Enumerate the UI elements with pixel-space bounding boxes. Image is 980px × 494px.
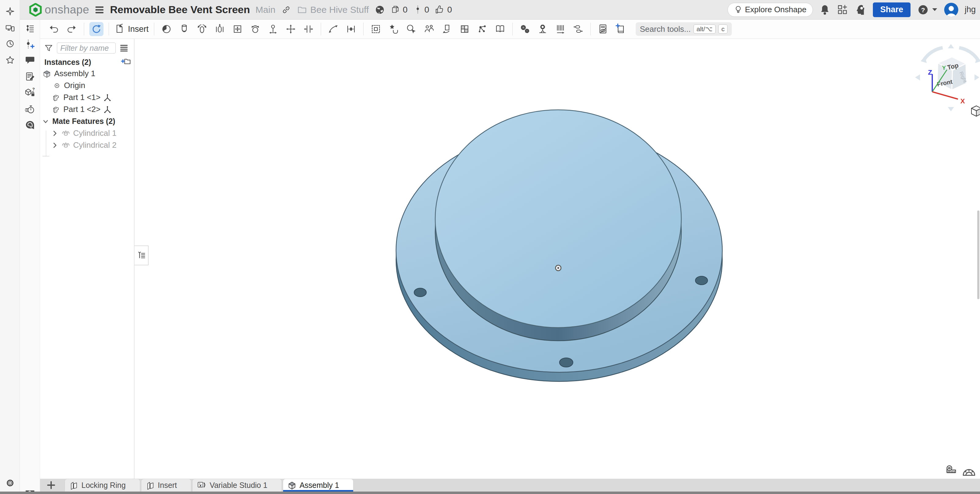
revolute-mate-icon	[196, 24, 207, 35]
mate-connectors-panel-button[interactable]	[23, 37, 37, 51]
whats-new-button[interactable]	[3, 4, 17, 18]
viewcube-rotate-cw[interactable]	[959, 48, 978, 59]
notifications-bell-icon[interactable]	[819, 4, 830, 16]
favorites-button[interactable]	[3, 53, 17, 67]
snap-mode-button[interactable]	[571, 22, 585, 36]
tree-item-part2[interactable]: Part 1 <2>	[40, 103, 111, 115]
ai-assistant-icon[interactable]	[855, 4, 867, 16]
tree-item-part1[interactable]: Part 1 <1>	[40, 91, 111, 103]
folder-breadcrumb[interactable]: Bee Hive Stuff	[297, 5, 369, 15]
view-modes-button[interactable]	[970, 104, 980, 118]
share-button[interactable]: Share	[873, 2, 910, 17]
search-tools-box[interactable]: Search tools... alt/⌥ c	[636, 22, 732, 36]
filter-icon[interactable]	[44, 44, 54, 53]
viewcube-arrow-down[interactable]	[948, 107, 954, 111]
properties-panel-button[interactable]: ?	[23, 86, 37, 100]
bee-vent-model[interactable]	[134, 39, 980, 479]
tree-group-mate-features[interactable]: Mate Features (2)	[40, 115, 115, 127]
hamburger-menu-icon[interactable]	[95, 5, 104, 14]
gear-icon	[5, 478, 15, 488]
screw-hole-right[interactable]	[695, 276, 708, 285]
user-avatar[interactable]	[944, 3, 958, 17]
likes-count[interactable]: 0	[434, 5, 452, 15]
chevron-right-icon[interactable]	[51, 141, 59, 149]
devices-button[interactable]	[3, 21, 17, 35]
chevron-down-icon	[932, 7, 938, 12]
configurations-button[interactable]	[458, 22, 472, 36]
assembly-structure-panel-button[interactable]	[23, 21, 37, 35]
onshape-logo[interactable]: onshape	[29, 3, 89, 16]
tree-item-origin[interactable]: Origin	[40, 79, 85, 91]
protractor-button[interactable]	[962, 465, 976, 477]
tab-variable-studio[interactable]: x Variable Studio 1	[192, 479, 282, 492]
planar-mate-button[interactable]	[231, 22, 245, 36]
document-title[interactable]: Removable Bee Vent Screen	[110, 4, 250, 16]
gimbal-mate-button[interactable]	[284, 22, 298, 36]
help-menu[interactable]: ?	[917, 4, 938, 16]
cylinder-top-face[interactable]	[435, 110, 681, 327]
move-copy-button[interactable]	[440, 22, 454, 36]
fastened-mate-button[interactable]	[177, 22, 191, 36]
screw-hole-left[interactable]	[414, 288, 426, 297]
ai-advisor-panel-button[interactable]	[23, 118, 37, 132]
viewport-scrollbar[interactable]	[977, 210, 979, 299]
redo-button[interactable]	[65, 22, 79, 36]
pin-slot-mate-button[interactable]	[266, 22, 280, 36]
slider-mate-button[interactable]	[213, 22, 227, 36]
rotate-tool-button[interactable]	[89, 22, 103, 36]
drag-mode-button[interactable]	[554, 22, 568, 36]
tab-locking-ring[interactable]: Locking Ring	[65, 479, 140, 492]
filter-input[interactable]	[57, 43, 116, 54]
tree-item-assembly[interactable]: Assembly 1	[40, 68, 95, 79]
comments-panel-button[interactable]	[23, 53, 37, 67]
manage-instances-button[interactable]	[422, 22, 436, 36]
group-button[interactable]	[369, 22, 383, 36]
add-folder-icon[interactable]	[121, 57, 131, 67]
named-positions-button[interactable]	[493, 22, 507, 36]
mate-limits-button[interactable]	[344, 22, 358, 36]
tab-assembly[interactable]: Assembly 1	[283, 479, 353, 492]
explore-onshape-button[interactable]: Explore Onshape	[727, 3, 813, 17]
copies-count-value: 0	[403, 5, 408, 15]
branch-label[interactable]: Main	[256, 5, 275, 15]
viewcube-arrow-left[interactable]	[915, 74, 920, 81]
app-store-icon[interactable]	[837, 4, 848, 16]
viewcube-arrow-right[interactable]	[975, 74, 979, 81]
viewcube-arrow-up[interactable]	[948, 44, 954, 48]
notes-panel-button[interactable]	[23, 70, 37, 84]
revolute-mate-button[interactable]	[195, 22, 209, 36]
tree-item-cylindrical1[interactable]: Cylindrical 1	[40, 127, 117, 139]
chevron-down-icon[interactable]	[42, 118, 49, 125]
recents-button[interactable]	[3, 37, 17, 51]
undo-button[interactable]	[47, 22, 61, 36]
ball-mate-button[interactable]	[248, 22, 262, 36]
tangent-mate-button[interactable]	[326, 22, 340, 36]
screw-hole-bottom[interactable]	[560, 358, 573, 367]
settings-button[interactable]	[3, 476, 17, 490]
connectors-count[interactable]: 0	[413, 5, 430, 15]
reference-manager-button[interactable]	[614, 22, 628, 36]
x-axis	[932, 92, 958, 99]
motion-study-button[interactable]	[536, 22, 550, 36]
chevron-right-icon[interactable]	[51, 130, 59, 137]
performance-panel-button[interactable]	[23, 102, 37, 116]
insert-button[interactable]: Insert	[114, 24, 149, 35]
add-tab-button[interactable]	[45, 479, 58, 492]
mate-button[interactable]	[159, 22, 173, 36]
viewcube-rotate-ccw[interactable]	[924, 48, 943, 59]
measure-button[interactable]	[945, 464, 958, 477]
panel-collapse-handle[interactable]	[134, 246, 148, 265]
tree-item-cylindrical2[interactable]: Cylindrical 2	[40, 139, 117, 151]
replace-instance-button[interactable]	[404, 22, 418, 36]
parallel-mate-button[interactable]	[301, 22, 315, 36]
replicate-button[interactable]	[387, 22, 401, 36]
interference-button[interactable]	[518, 22, 532, 36]
list-view-icon[interactable]	[119, 44, 129, 53]
tab-insert[interactable]: Insert	[141, 479, 192, 492]
exploded-view-button[interactable]	[475, 22, 489, 36]
link-icon[interactable]	[281, 5, 291, 15]
graphics-viewport[interactable]	[134, 39, 980, 479]
globe-icon[interactable]	[374, 4, 385, 15]
copies-count[interactable]: 0	[391, 5, 408, 15]
display-states-button[interactable]	[596, 22, 610, 36]
